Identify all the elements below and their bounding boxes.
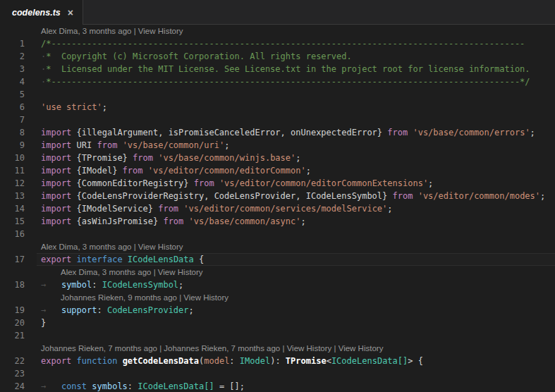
- code-row: 12import {CommonEditorRegistry} from 'vs…: [0, 177, 555, 190]
- line-number: 24: [0, 380, 37, 392]
- line-number: 16: [0, 228, 37, 240]
- codelens-annotation[interactable]: Johannes Rieken, 9 months ago | View His…: [37, 291, 555, 304]
- code-token: symbol: [61, 280, 92, 290]
- code-token: ;: [428, 178, 433, 188]
- code-row: 13import {CodeLensProviderRegistry, Code…: [0, 190, 555, 202]
- code-line[interactable]: import {IModelService} from 'vs/editor/c…: [37, 202, 555, 215]
- codelens-annotation[interactable]: Johannes Rieken, 7 months ago | Johannes…: [37, 342, 555, 355]
- code-token: 'vs/base/common/winjs.base': [158, 153, 295, 163]
- codelens-annotation[interactable]: Alex Dima, 3 months ago | View History: [37, 240, 555, 253]
- code-token: 'vs/editor/common/services/modelService': [183, 204, 387, 214]
- code-row: 1/*-------------------------------------…: [0, 37, 555, 50]
- code-line[interactable]: export function getCodeLensData(model: I…: [37, 355, 555, 367]
- code-token: CodeLensProvider: [107, 305, 189, 315]
- line-number: 19: [0, 304, 37, 317]
- code-row: 17export interface ICodeLensData {: [0, 253, 555, 266]
- code-line[interactable]: [37, 367, 555, 380]
- code-row: 19→ support: CodeLensProvider;: [0, 304, 555, 317]
- codelens-annotation[interactable]: Alex Dima, 3 months ago | View History: [37, 25, 555, 37]
- code-token: ;: [387, 204, 392, 214]
- code-token: ;: [224, 140, 229, 150]
- code-token: import: [41, 178, 71, 188]
- code-token: →: [41, 381, 61, 391]
- code-token: getCodeLensData: [123, 356, 199, 366]
- tab-bar: codelens.ts ×: [0, 0, 555, 25]
- code-line[interactable]: ·*--------------------------------------…: [37, 75, 555, 88]
- line-number: 6: [0, 101, 37, 114]
- code-token: /*--------------------------------------…: [41, 39, 525, 49]
- code-token: from: [123, 166, 143, 176]
- code-token: export: [41, 255, 71, 264]
- code-token: from: [393, 191, 413, 201]
- code-token: [71, 255, 76, 264]
- code-line[interactable]: ·* Licensed under the MIT License. See L…: [37, 63, 555, 75]
- code-line[interactable]: [37, 228, 555, 240]
- code-row: 14import {IModelService} from 'vs/editor…: [0, 202, 555, 215]
- code-row: 7: [0, 114, 555, 126]
- codelens-annotation[interactable]: Alex Dima, 3 months ago | View History: [37, 266, 555, 278]
- code-token: [123, 255, 128, 264]
- code-line[interactable]: import {CommonEditorRegistry} from 'vs/e…: [37, 177, 555, 190]
- code-line[interactable]: 'use strict';: [37, 101, 555, 114]
- code-line[interactable]: import {IModel} from 'vs/editor/common/e…: [37, 164, 555, 177]
- line-number: 2: [0, 50, 37, 63]
- code-token: 'vs/base/common/errors': [413, 128, 530, 137]
- code-token: > {: [408, 356, 423, 366]
- code-line[interactable]: }: [37, 317, 555, 329]
- line-number: 7: [0, 114, 37, 126]
- line-number: 23: [0, 367, 37, 380]
- code-token: [183, 216, 188, 226]
- code-token: 'vs/base/common/async': [189, 216, 301, 226]
- code-token: function: [77, 356, 118, 366]
- code-token: *---------------------------------------…: [46, 77, 530, 87]
- tab-codelens-ts[interactable]: codelens.ts ×: [0, 0, 83, 25]
- line-number: 18: [0, 278, 37, 291]
- code-token: ;: [306, 166, 311, 176]
- code-line[interactable]: [37, 329, 555, 342]
- code-line[interactable]: [37, 88, 555, 101]
- code-token: URI: [71, 140, 97, 150]
- code-token: from: [163, 216, 183, 226]
- code-row: 8import {illegalArgument, isPromiseCance…: [0, 126, 555, 139]
- line-number: 4: [0, 75, 37, 88]
- code-row: 15import {asWinJsPromise} from 'vs/base/…: [0, 215, 555, 228]
- code-token: from: [97, 140, 117, 150]
- code-token: from: [194, 178, 214, 188]
- code-line[interactable]: export interface ICodeLensData {: [37, 253, 555, 266]
- line-number: 22: [0, 355, 37, 367]
- code-row: 22export function getCodeLensData(model:…: [0, 355, 555, 367]
- code-line[interactable]: import {illegalArgument, isPromiseCancel…: [37, 126, 555, 139]
- code-line[interactable]: import {asWinJsPromise} from 'vs/base/co…: [37, 215, 555, 228]
- code-line[interactable]: → const symbols: ICodeLensData[] = [];: [37, 380, 555, 392]
- code-token: [143, 166, 148, 176]
- line-number: 11: [0, 164, 37, 177]
- code-line[interactable]: import URI from 'vs/base/common/uri';: [37, 139, 555, 152]
- line-number: [0, 25, 37, 37]
- line-number: 13: [0, 190, 37, 202]
- editor[interactable]: Alex Dima, 3 months ago | View History1/…: [0, 25, 555, 392]
- code-line[interactable]: → support: CodeLensProvider;: [37, 304, 555, 317]
- code-token: import: [41, 153, 71, 163]
- code-token: from: [387, 128, 408, 137]
- line-number: 5: [0, 88, 37, 101]
- code-line[interactable]: import {TPromise} from 'vs/base/common/w…: [37, 152, 555, 164]
- code-token: {illegalArgument, isPromiseCanceledError…: [71, 128, 387, 137]
- code-token: 'vs/editor/common/modes': [418, 191, 540, 201]
- codelens-row: Alex Dima, 3 months ago | View History: [0, 266, 555, 278]
- code-token: ;: [189, 305, 194, 315]
- code-row: 4·*-------------------------------------…: [0, 75, 555, 88]
- code-line[interactable]: ·* Copyright (c) Microsoft Corporation. …: [37, 50, 555, 63]
- close-icon[interactable]: ×: [62, 8, 73, 18]
- line-number: 21: [0, 329, 37, 342]
- code-line[interactable]: → symbol: ICodeLensSymbol;: [37, 278, 555, 291]
- line-number: 1: [0, 37, 37, 50]
- code-token: [71, 356, 76, 366]
- code-line[interactable]: [37, 114, 555, 126]
- code-token: ICodeLensData[]: [138, 381, 214, 391]
- code-line[interactable]: /*--------------------------------------…: [37, 37, 555, 50]
- code-token: const: [61, 381, 87, 391]
- code-token: from: [158, 204, 178, 214]
- code-row: 10import {TPromise} from 'vs/base/common…: [0, 152, 555, 164]
- codelens-row: Alex Dima, 3 months ago | View History: [0, 25, 555, 37]
- code-line[interactable]: import {CodeLensProviderRegistry, CodeLe…: [37, 190, 555, 202]
